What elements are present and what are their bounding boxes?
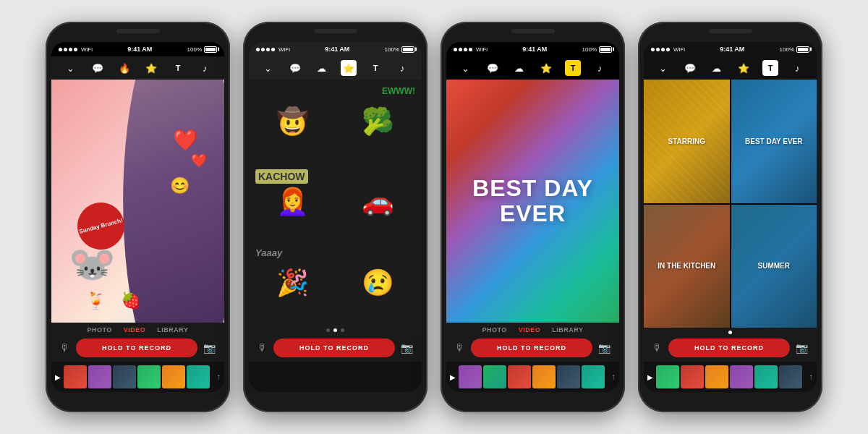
- film-thumb-4-1[interactable]: [656, 365, 679, 388]
- effects-icon[interactable]: ☁: [314, 60, 330, 76]
- fire-icon[interactable]: 🔥: [116, 60, 132, 76]
- video-tab-3[interactable]: VIDEO: [519, 326, 541, 333]
- signal-dot: [464, 48, 467, 51]
- film-thumb-3-6[interactable]: [582, 365, 605, 388]
- person-image: [112, 80, 224, 323]
- template-summer[interactable]: SUMMER: [731, 205, 817, 328]
- battery-area-4: 100%: [780, 46, 809, 53]
- signal-dot: [74, 48, 77, 51]
- record-button-3[interactable]: HOLD TO RECORD: [471, 339, 592, 357]
- sticker-yaaay[interactable]: 🎉 Yaaay: [252, 244, 334, 322]
- film-thumb-4-4[interactable]: [730, 365, 753, 388]
- play-button-3[interactable]: ▶: [450, 373, 456, 381]
- sticker-woody[interactable]: 🤠: [252, 82, 334, 161]
- share-icon[interactable]: ↑: [216, 372, 221, 382]
- star-icon-2[interactable]: ⭐: [341, 60, 357, 76]
- film-thumb-4-5[interactable]: [754, 365, 778, 388]
- text-icon-4[interactable]: T: [762, 60, 778, 76]
- star-icon-4[interactable]: ⭐: [736, 60, 752, 76]
- share-icon-3[interactable]: ↑: [611, 372, 616, 382]
- microphone-icon-3[interactable]: 🎙: [455, 342, 465, 354]
- media-tabs-3: PHOTO VIDEO LIBRARY: [446, 323, 619, 336]
- effects-icon-3[interactable]: ☁: [511, 60, 527, 76]
- template-starring[interactable]: StarRing: [644, 80, 730, 203]
- photo-tab[interactable]: PHOTO: [87, 326, 111, 333]
- back-icon-2[interactable]: ⌄: [260, 60, 276, 76]
- photo-tab-3[interactable]: PHOTO: [482, 326, 506, 333]
- video-tab[interactable]: VIDEO: [124, 326, 146, 333]
- microphone-icon[interactable]: 🎙: [60, 342, 70, 354]
- sticker-car[interactable]: 🚗: [337, 163, 420, 242]
- share-icon-4[interactable]: ↑: [809, 372, 813, 382]
- camera-flip-icon[interactable]: 📷: [203, 342, 216, 354]
- sticker-jessie[interactable]: 👩‍🦰 KACHOW: [252, 163, 334, 242]
- film-thumb-4[interactable]: [137, 365, 161, 388]
- music-icon-3[interactable]: ♪: [592, 60, 608, 76]
- film-thumb-2[interactable]: [88, 365, 111, 388]
- back-icon-3[interactable]: ⌄: [458, 60, 474, 76]
- star-icon[interactable]: ⭐: [143, 60, 159, 76]
- library-tab[interactable]: LIBRARY: [157, 326, 188, 333]
- phone-4-screen: WiFi 9:41 AM 100% ⌄ 💬 ☁ ⭐ T ♪ StarRing: [644, 42, 817, 392]
- film-thumb-3-3[interactable]: [508, 365, 531, 388]
- film-thumb-3-4[interactable]: [532, 365, 556, 388]
- film-thumb-4-3[interactable]: [705, 365, 728, 388]
- back-icon-4[interactable]: ⌄: [655, 60, 671, 76]
- back-icon[interactable]: ⌄: [63, 60, 79, 76]
- record-button-4[interactable]: HOLD TO RECORD: [668, 339, 790, 357]
- dot-1[interactable]: [326, 328, 330, 332]
- record-row-3: 🎙 HOLD TO RECORD 📷: [446, 336, 619, 362]
- sticker-grid: 🤠 🥦 EWWW! 👩‍🦰 KACHOW 🚗 🎉 Yaaay 😢: [249, 80, 422, 325]
- film-thumb-5[interactable]: [162, 365, 185, 388]
- microphone-icon-4[interactable]: 🎙: [652, 342, 663, 354]
- film-thumb-3-5[interactable]: [557, 365, 580, 388]
- kachow-label: KACHOW: [255, 169, 308, 184]
- film-thumb-3-1[interactable]: [459, 365, 482, 388]
- phone-1: WiFi 9:41 AM 100% ⌄ 💬 🔥 ⭐ T ♪ 🐭 ❤️ ❤️ �: [46, 22, 230, 412]
- film-thumb-1[interactable]: [64, 365, 87, 388]
- phone-2: WiFi 9:41 AM 100% ⌄ 💬 ☁ ⭐ T ♪ 🤠 🥦: [243, 22, 427, 412]
- message-icon-2[interactable]: 💬: [287, 60, 303, 76]
- message-icon[interactable]: 💬: [90, 60, 106, 76]
- film-thumb-6[interactable]: [187, 365, 210, 388]
- signal-area: WiFi: [59, 46, 93, 53]
- best-day-label: BEST DAY EVER: [745, 137, 802, 146]
- microphone-icon-2[interactable]: 🎙: [258, 342, 268, 354]
- text-icon-3[interactable]: T: [565, 60, 581, 76]
- text-icon-2[interactable]: T: [367, 60, 383, 76]
- dot-3[interactable]: [341, 328, 344, 332]
- film-thumb-4-6[interactable]: [779, 365, 802, 388]
- sticker-emotion[interactable]: 😢: [337, 244, 420, 322]
- music-icon-2[interactable]: ♪: [394, 60, 410, 76]
- film-thumb-4-2[interactable]: [681, 365, 704, 388]
- camera-flip-icon-4[interactable]: 📷: [796, 342, 808, 354]
- music-icon-4[interactable]: ♪: [789, 60, 805, 76]
- dot-4-1[interactable]: [728, 331, 732, 334]
- kitchen-label: IN THE KITCHEN: [658, 261, 715, 271]
- signal-dot: [661, 48, 665, 51]
- star-icon-3[interactable]: ⭐: [538, 60, 554, 76]
- bottom-controls-4: 🎙 HOLD TO RECORD 📷 ▶ ↑: [644, 328, 817, 392]
- music-icon[interactable]: ♪: [197, 60, 213, 76]
- templates-view: StarRing BEST DAY EVER IN THE KITCHEN SU…: [644, 80, 817, 328]
- play-button-4[interactable]: ▶: [647, 373, 653, 381]
- effects-icon-4[interactable]: ☁: [709, 60, 725, 76]
- message-icon-4[interactable]: 💬: [682, 60, 698, 76]
- record-button-1[interactable]: HOLD TO RECORD: [76, 339, 197, 357]
- message-icon-3[interactable]: 💬: [485, 60, 501, 76]
- battery-percent-4: 100%: [780, 46, 794, 53]
- template-best-day[interactable]: BEST DAY EVER: [731, 80, 817, 203]
- film-thumb-3[interactable]: [113, 365, 136, 388]
- camera-flip-icon-3[interactable]: 📷: [598, 342, 610, 354]
- play-button[interactable]: ▶: [55, 373, 61, 381]
- record-button-2[interactable]: HOLD TO RECORD: [273, 339, 395, 357]
- text-icon[interactable]: T: [170, 60, 186, 76]
- dot-2[interactable]: [333, 328, 337, 332]
- phone-3-screen: WiFi 9:41 AM 100% ⌄ 💬 ☁ ⭐ T ♪ BEST DAY E…: [446, 42, 619, 392]
- library-tab-3[interactable]: LIBRARY: [552, 326, 583, 333]
- camera-flip-icon-2[interactable]: 📷: [401, 342, 413, 354]
- film-thumb-3-2[interactable]: [483, 365, 506, 388]
- template-kitchen[interactable]: IN THE KITCHEN: [644, 205, 730, 328]
- sticker-veggie[interactable]: 🥦 EWWW!: [337, 82, 420, 161]
- record-row-4: 🎙 HOLD TO RECORD 📷: [644, 336, 817, 362]
